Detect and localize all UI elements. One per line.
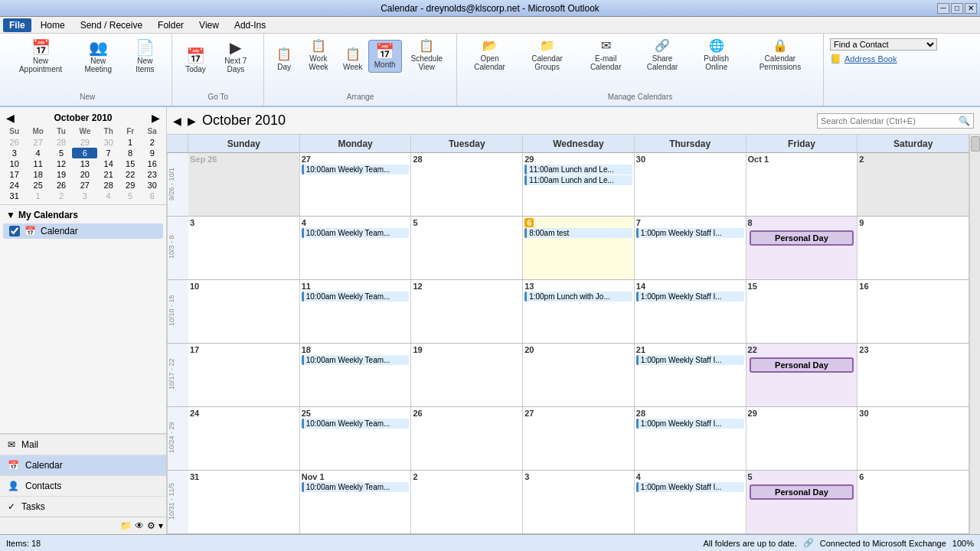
mini-cal-cell[interactable]: 14 [97,158,119,169]
mini-cal-cell[interactable]: 30 [97,137,119,148]
mini-cal-cell[interactable]: 2 [51,191,73,201]
cal-cell-nov2[interactable]: 2 [411,471,523,533]
mini-cal-cell[interactable]: 4 [97,191,119,201]
new-meeting-button[interactable]: 👥 New Meeting [74,37,122,77]
cal-cell-20[interactable]: 20 [523,344,635,406]
cal-cell-16[interactable]: 16 [858,280,969,343]
cal-cell-18[interactable]: 18 10:00am Weekly Team... [300,344,412,406]
week-button[interactable]: 📋 Week [339,45,367,73]
tasks-nav-item[interactable]: ✓ Tasks [0,496,166,517]
work-week-button[interactable]: 📋 Work Week [299,37,338,73]
mini-cal-cell[interactable]: 27 [72,180,97,191]
new-appointment-button[interactable]: 📅 New Appointment [9,37,72,77]
address-book-link[interactable]: Address Book [844,54,897,64]
mini-cal-cell[interactable]: 28 [51,137,73,148]
personal-day-event-8[interactable]: Personal Day [750,230,854,246]
event-weekly-team-4[interactable]: 10:00am Weekly Team... [302,228,410,238]
day-view-button[interactable]: 📋 Day [270,45,298,73]
mini-cal-cell[interactable]: 19 [51,169,73,180]
cal-cell-19[interactable]: 19 [411,344,523,406]
mini-cal-cell[interactable]: 10 [3,158,25,169]
personal-day-event-22[interactable]: Personal Day [750,357,854,373]
contacts-nav-item[interactable]: 👤 Contacts [0,475,166,496]
cal-cell-10[interactable]: 10 [188,280,300,343]
mini-cal-cell[interactable]: 22 [119,169,142,180]
mini-cal-cell[interactable]: 1 [119,137,142,148]
mini-cal-cell[interactable]: 4 [25,148,50,158]
cal-cell-oct27[interactable]: 27 10:00am Weekly Team... [300,153,412,216]
cal-cell-3[interactable]: 3 [188,217,300,279]
cal-cell-nov6[interactable]: 6 [858,471,969,533]
cal-cell-29[interactable]: 29 [746,407,858,470]
scrollbar[interactable] [969,135,980,534]
mini-cal-cell[interactable]: 6 [141,191,163,201]
mini-cal-cell[interactable]: 9 [141,148,163,158]
mini-cal-cell[interactable]: 25 [25,180,50,191]
mini-cal-cell[interactable]: 31 [3,191,25,201]
cal-cell-sep26[interactable]: Sep 26 [188,153,300,216]
mini-cal-cell[interactable]: 7 [97,148,119,158]
cal-cell-nov1[interactable]: Nov 1 10:00am Weekly Team... [300,471,412,533]
cal-groups-button[interactable]: 📁 Calendar Groups [518,37,577,73]
mini-cal-cell[interactable]: 17 [3,169,25,180]
view-icon[interactable]: 👁 [135,520,144,531]
mail-nav-item[interactable]: ✉ Mail [0,434,166,455]
view-menu[interactable]: View [193,18,225,32]
cal-cell-oct2[interactable]: 2 [858,153,969,216]
mini-cal-cell[interactable]: 30 [141,180,163,191]
mini-cal-today[interactable]: 6 [72,148,97,158]
cal-cell-12[interactable]: 12 [411,280,523,343]
chevron-down-icon[interactable]: ▾ [158,520,163,531]
cal-cell-5[interactable]: 5 [411,217,523,279]
cal-cell-nov3[interactable]: 3 [523,471,635,533]
open-calendar-button[interactable]: 📂 Open Calendar [463,37,516,73]
cal-cell-31[interactable]: 31 [188,471,300,533]
mini-cal-cell[interactable]: 28 [97,180,119,191]
cal-next-button[interactable]: ▶ [188,115,196,127]
cal-cell-11[interactable]: 11 10:00am Weekly Team... [300,280,412,343]
mini-cal-prev-button[interactable]: ◀ [6,112,15,124]
cal-cell-23[interactable]: 23 [858,344,969,406]
file-menu[interactable]: File [3,18,31,32]
event-lunch-29a[interactable]: 11:00am Lunch and Le... [524,165,632,174]
share-calendar-button[interactable]: 🔗 Share Calendar [635,37,690,73]
mini-cal-cell[interactable]: 1 [25,191,50,201]
cal-cell-oct29[interactable]: 29 11:00am Lunch and Le... 11:00am Lunch… [523,153,635,216]
my-calendars-section[interactable]: ▼ My Calendars [3,208,163,222]
publish-button[interactable]: 🌐 Publish Online [691,37,742,73]
mini-cal-cell[interactable]: 16 [141,158,163,169]
addins-menu[interactable]: Add-Ins [228,18,272,32]
cal-cell-25[interactable]: 25 10:00am Weekly Team... [300,407,412,470]
minimize-button[interactable]: ─ [937,3,949,14]
mini-cal-cell[interactable]: 27 [25,137,50,148]
home-menu[interactable]: Home [34,18,71,32]
find-contact-dropdown[interactable]: Find a Contact [830,38,937,51]
mini-cal-cell[interactable]: 13 [72,158,97,169]
mini-cal-cell[interactable]: 2 [141,137,163,148]
search-calendar-input[interactable] [821,116,959,126]
mini-cal-next-button[interactable]: ▶ [152,112,160,124]
cal-cell-30[interactable]: 30 [858,407,969,470]
month-button[interactable]: 📅 Month [368,40,402,73]
mini-cal-cell[interactable]: 21 [97,169,119,180]
new-items-button[interactable]: 📄 New Items [124,37,165,77]
mini-cal-cell[interactable]: 26 [3,137,25,148]
calendar-bottom-nav-item[interactable]: 📅 Calendar [0,455,166,475]
event-weekly-team-nov1[interactable]: 10:00am Weekly Team... [302,482,410,492]
email-calendar-button[interactable]: ✉ E-mail Calendar [578,37,634,73]
event-weekly-team-25[interactable]: 10:00am Weekly Team... [302,419,410,429]
calendar-checkbox[interactable] [9,226,20,236]
today-button[interactable]: 📅 Today [178,45,212,77]
cal-cell-6-today[interactable]: 6 8:00am test [523,217,635,279]
folder-icon[interactable]: 📁 [120,520,132,531]
mini-cal-cell[interactable]: 15 [119,158,142,169]
mini-cal-cell[interactable]: 24 [3,180,25,191]
cal-cell-nov4[interactable]: 4 1:00pm Weekly Staff I... [635,471,746,533]
cal-cell-oct30[interactable]: 30 [635,153,746,216]
cal-cell-24[interactable]: 24 [188,407,300,470]
cal-cell-22-personal[interactable]: 22 Personal Day [746,344,858,406]
schedule-view-button[interactable]: 📋 Schedule View [403,37,450,73]
event-test-6[interactable]: 8:00am test [524,228,632,238]
cal-cell-oct1[interactable]: Oct 1 [746,153,858,216]
calendar-nav-item[interactable]: 📅 Calendar [3,223,163,239]
